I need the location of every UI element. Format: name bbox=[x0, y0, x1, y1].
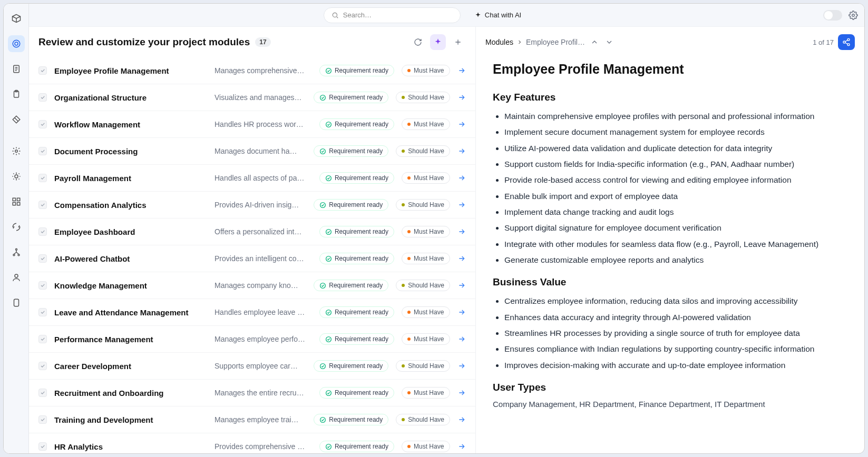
chevron-up-icon bbox=[590, 38, 599, 46]
open-module-button[interactable] bbox=[457, 227, 466, 236]
checkbox[interactable] bbox=[38, 201, 47, 209]
module-row[interactable]: Performance ManagementManages employee p… bbox=[29, 326, 475, 353]
module-desc: Provides AI-driven insig… bbox=[214, 201, 306, 209]
module-row[interactable]: Career DevelopmentSupports employee car…… bbox=[29, 353, 475, 380]
breadcrumb-root[interactable]: Modules bbox=[485, 38, 513, 46]
open-module-button[interactable] bbox=[457, 335, 466, 343]
sidebar-item-archive[interactable] bbox=[8, 294, 25, 311]
module-desc: Provides an intelligent co… bbox=[214, 254, 312, 263]
sidebar-item-automation[interactable] bbox=[8, 218, 25, 235]
ai-generate-button[interactable] bbox=[430, 34, 446, 50]
open-module-button[interactable] bbox=[457, 66, 466, 75]
module-row[interactable]: Payroll ManagementHandles all aspects of… bbox=[29, 165, 475, 192]
svg-point-11 bbox=[15, 249, 17, 250]
modules-list[interactable]: Employee Profile ManagementManages compr… bbox=[29, 57, 475, 453]
checkbox[interactable] bbox=[38, 93, 47, 102]
open-module-button[interactable] bbox=[457, 389, 466, 397]
sidebar-item-org[interactable] bbox=[8, 244, 25, 261]
detail-header: Modules Employee Profil… 1 of 17 bbox=[476, 27, 864, 57]
add-module-button[interactable] bbox=[450, 34, 466, 50]
prev-module-button[interactable] bbox=[589, 37, 600, 47]
status-badge: Requirement ready bbox=[314, 199, 388, 211]
sidebar-item-apps[interactable] bbox=[8, 193, 25, 210]
open-module-button[interactable] bbox=[457, 281, 466, 290]
module-name: Compensation Analytics bbox=[54, 201, 207, 210]
open-module-button[interactable] bbox=[457, 201, 466, 209]
svg-point-12 bbox=[13, 254, 15, 256]
status-badge: Requirement ready bbox=[319, 65, 394, 76]
logo-icon[interactable] bbox=[8, 10, 25, 27]
module-row[interactable]: Workflow ManagementHandles HR process wo… bbox=[29, 111, 475, 138]
sidebar-item-modules[interactable] bbox=[8, 35, 25, 52]
checkbox[interactable] bbox=[38, 227, 47, 236]
module-row[interactable]: Organizational StructureVisualizes and m… bbox=[29, 84, 475, 111]
theme-toggle[interactable] bbox=[823, 10, 842, 21]
checkbox[interactable] bbox=[38, 66, 47, 75]
list-item: Generate customizable employee reports a… bbox=[504, 253, 847, 267]
checkbox[interactable] bbox=[38, 442, 47, 451]
pager-label: 1 of 17 bbox=[813, 38, 834, 46]
open-module-button[interactable] bbox=[457, 174, 466, 182]
sidebar-item-tags[interactable] bbox=[8, 111, 25, 128]
module-desc: Manages the entire recru… bbox=[214, 389, 312, 397]
checkbox[interactable] bbox=[38, 308, 47, 316]
open-module-button[interactable] bbox=[457, 254, 466, 263]
open-module-button[interactable] bbox=[457, 442, 466, 451]
sidebar-item-doc[interactable] bbox=[8, 61, 25, 77]
refresh-button[interactable] bbox=[410, 34, 426, 50]
svg-rect-10 bbox=[17, 203, 19, 205]
module-desc: Handles all aspects of pa… bbox=[214, 174, 312, 182]
module-row[interactable]: Recruitment and OnboardingManages the en… bbox=[29, 380, 475, 406]
checkbox[interactable] bbox=[38, 120, 47, 128]
checkbox[interactable] bbox=[38, 254, 47, 263]
sidebar-item-integrations[interactable] bbox=[8, 168, 25, 185]
module-row[interactable]: Training and DevelopmentManages employee… bbox=[29, 406, 475, 433]
svg-rect-8 bbox=[17, 198, 19, 201]
sidebar-item-settings[interactable] bbox=[8, 143, 25, 160]
detail-body[interactable]: Employee Profile ManagementKey FeaturesM… bbox=[476, 57, 864, 453]
svg-point-1 bbox=[15, 42, 18, 45]
sidebar bbox=[4, 4, 29, 453]
svg-point-5 bbox=[15, 150, 17, 153]
checkbox[interactable] bbox=[38, 281, 47, 290]
open-module-button[interactable] bbox=[457, 362, 466, 370]
next-module-button[interactable] bbox=[604, 37, 615, 47]
open-module-button[interactable] bbox=[457, 120, 466, 128]
checkbox[interactable] bbox=[38, 415, 47, 424]
open-module-button[interactable] bbox=[457, 415, 466, 424]
list-item: Ensures compliance with Indian regulatio… bbox=[504, 342, 847, 356]
svg-rect-7 bbox=[13, 198, 15, 201]
user-types-body: Company Management, HR Department, Finan… bbox=[493, 400, 847, 409]
module-row[interactable]: Leave and Attendance ManagementHandles e… bbox=[29, 299, 475, 326]
priority-badge: Must Have bbox=[402, 387, 450, 399]
svg-point-17 bbox=[852, 14, 855, 16]
module-row[interactable]: Knowledge ManagementManages company kno…… bbox=[29, 272, 475, 299]
open-module-button[interactable] bbox=[457, 147, 466, 155]
settings-button[interactable] bbox=[849, 11, 858, 20]
module-row[interactable]: Employee DashboardOffers a personalized … bbox=[29, 218, 475, 245]
checkbox[interactable] bbox=[38, 389, 47, 397]
open-module-button[interactable] bbox=[457, 308, 466, 316]
checkbox[interactable] bbox=[38, 335, 47, 343]
module-row[interactable]: AI-Powered ChatbotProvides an intelligen… bbox=[29, 245, 475, 272]
status-badge: Requirement ready bbox=[314, 92, 388, 103]
checkbox[interactable] bbox=[38, 362, 47, 370]
chat-ai-button[interactable]: Chat with AI bbox=[467, 7, 529, 23]
search-input[interactable]: Search… bbox=[324, 7, 461, 23]
sidebar-item-clipboard[interactable] bbox=[8, 86, 25, 103]
svg-rect-15 bbox=[14, 299, 18, 306]
checkbox[interactable] bbox=[38, 174, 47, 182]
checkbox[interactable] bbox=[38, 147, 47, 155]
sparkle-icon bbox=[434, 38, 442, 46]
share-icon bbox=[842, 38, 851, 46]
module-row[interactable]: Compensation AnalyticsProvides AI-driven… bbox=[29, 192, 475, 218]
sidebar-item-user[interactable] bbox=[8, 269, 25, 286]
module-name: AI-Powered Chatbot bbox=[54, 254, 207, 263]
module-name: Knowledge Management bbox=[54, 281, 207, 290]
module-desc: Manages employee trai… bbox=[214, 415, 306, 424]
module-row[interactable]: Document ProcessingManages document ha…R… bbox=[29, 138, 475, 165]
module-row[interactable]: HR AnalyticsProvides comprehensive …Requ… bbox=[29, 433, 475, 453]
share-button[interactable] bbox=[838, 34, 855, 50]
module-row[interactable]: Employee Profile ManagementManages compr… bbox=[29, 57, 475, 84]
open-module-button[interactable] bbox=[457, 93, 466, 102]
